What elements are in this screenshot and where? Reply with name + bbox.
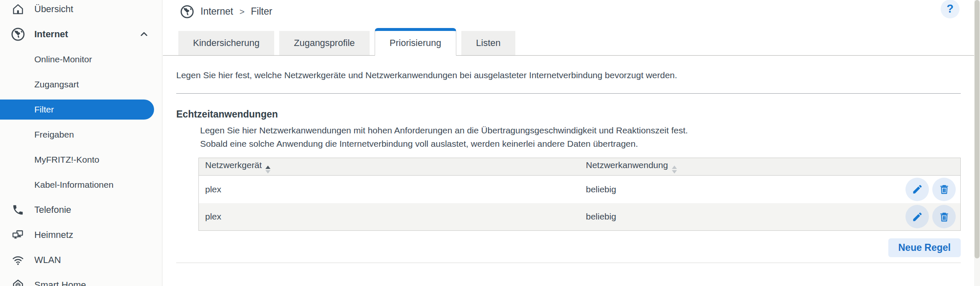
sidebar-item-online-monitor[interactable]: Online-Monitor <box>0 47 162 72</box>
sidebar-item-label: Übersicht <box>34 4 73 15</box>
tab-kindersicherung[interactable]: Kindersicherung <box>178 31 274 55</box>
divider <box>176 93 961 94</box>
column-header-application[interactable]: Netzwerkanwendung <box>580 158 879 176</box>
sort-icon[interactable] <box>672 166 677 174</box>
sidebar-item-telefonie[interactable]: Telefonie <box>0 197 162 222</box>
cell-device: plex <box>199 176 580 203</box>
delete-button[interactable] <box>932 178 956 201</box>
tab-bar: Kindersicherung Zugangsprofile Priorisie… <box>163 28 980 56</box>
delete-button[interactable] <box>932 205 956 228</box>
sidebar: Übersicht Internet <box>0 0 162 286</box>
phone-icon <box>10 202 26 217</box>
help-icon: ? <box>947 3 954 15</box>
section-description-line1: Legen Sie hier Netzwerkanwendungen mit h… <box>200 124 961 137</box>
sidebar-item-internet[interactable]: Internet <box>0 22 162 47</box>
globe-icon <box>10 27 26 42</box>
vertical-scrollbar[interactable] <box>974 0 980 286</box>
column-header-actions <box>879 158 961 176</box>
sidebar-item-kabel-informationen[interactable]: Kabel-Informationen <box>0 172 162 197</box>
chevron-up-icon <box>139 29 149 40</box>
fritzbox-ui: Übersicht Internet <box>0 0 980 286</box>
help-button[interactable]: ? <box>941 0 959 18</box>
sidebar-item-label: Internet <box>34 29 68 40</box>
pencil-icon <box>912 184 923 195</box>
tab-listen[interactable]: Listen <box>461 31 515 55</box>
cell-application: beliebig <box>580 176 879 203</box>
home-icon <box>10 2 26 17</box>
trash-icon <box>939 184 950 195</box>
tab-panel-priorisierung: Legen Sie hier fest, welche Netzwerkgerä… <box>163 70 980 263</box>
table-row: plex beliebig <box>199 203 961 231</box>
page-description: Legen Sie hier fest, welche Netzwerkgerä… <box>176 70 961 80</box>
divider <box>176 263 961 263</box>
section-description-line2: Sobald eine solche Anwendung die Interne… <box>200 137 961 151</box>
sidebar-item-zugangsart[interactable]: Zugangsart <box>0 72 162 97</box>
table-actions: Neue Regel <box>198 238 961 257</box>
sidebar-item-label: Heimnetz <box>34 230 73 240</box>
network-devices-icon <box>10 227 26 243</box>
new-rule-button[interactable]: Neue Regel <box>888 238 961 257</box>
cell-application: beliebig <box>580 203 879 231</box>
pencil-icon <box>912 211 923 222</box>
sort-icon[interactable] <box>265 166 270 174</box>
breadcrumb: Internet > Filter <box>163 0 980 19</box>
tab-zugangsprofile[interactable]: Zugangsprofile <box>279 31 370 55</box>
breadcrumb-page[interactable]: Filter <box>251 6 272 17</box>
sidebar-item-label: WLAN <box>34 255 61 266</box>
sidebar-item-filter[interactable]: Filter <box>0 100 154 120</box>
cell-device: plex <box>199 203 580 231</box>
sidebar-item-smart-home[interactable]: Smart Home <box>0 273 162 286</box>
section-title: Echtzeitanwendungen <box>176 109 961 120</box>
section-body: Legen Sie hier Netzwerkanwendungen mit h… <box>198 124 961 257</box>
breadcrumb-separator: > <box>239 7 244 17</box>
edit-button[interactable] <box>905 205 929 228</box>
table-header-row: Netzwerkgerät Netzwerkanwendung <box>199 158 961 176</box>
edit-button[interactable] <box>905 178 929 201</box>
main-content: Internet > Filter ? Kindersicherung Zuga… <box>163 0 980 286</box>
sidebar-item-label: Telefonie <box>34 204 71 215</box>
smart-home-icon <box>10 278 26 286</box>
sidebar-item-wlan[interactable]: WLAN <box>0 248 162 273</box>
globe-icon <box>180 5 194 19</box>
scrollbar-thumb[interactable] <box>975 0 980 258</box>
section-description: Legen Sie hier Netzwerkanwendungen mit h… <box>200 124 961 151</box>
sidebar-item-myfritz-konto[interactable]: MyFRITZ!-Konto <box>0 147 162 172</box>
sidebar-item-freigaben[interactable]: Freigaben <box>0 122 162 147</box>
breadcrumb-section-link[interactable]: Internet <box>201 6 233 17</box>
wifi-icon <box>10 253 26 268</box>
sidebar-item-label: Smart Home <box>34 280 86 286</box>
trash-icon <box>939 211 950 222</box>
sidebar-item-uebersicht[interactable]: Übersicht <box>0 0 162 22</box>
tab-priorisierung[interactable]: Priorisierung <box>375 28 457 56</box>
table-row: plex beliebig <box>199 176 961 203</box>
column-header-device[interactable]: Netzwerkgerät <box>199 158 580 176</box>
priority-rules-table: Netzwerkgerät Netzwerkanwendung plex bel… <box>198 158 961 231</box>
sidebar-item-heimnetz[interactable]: Heimnetz <box>0 222 162 248</box>
